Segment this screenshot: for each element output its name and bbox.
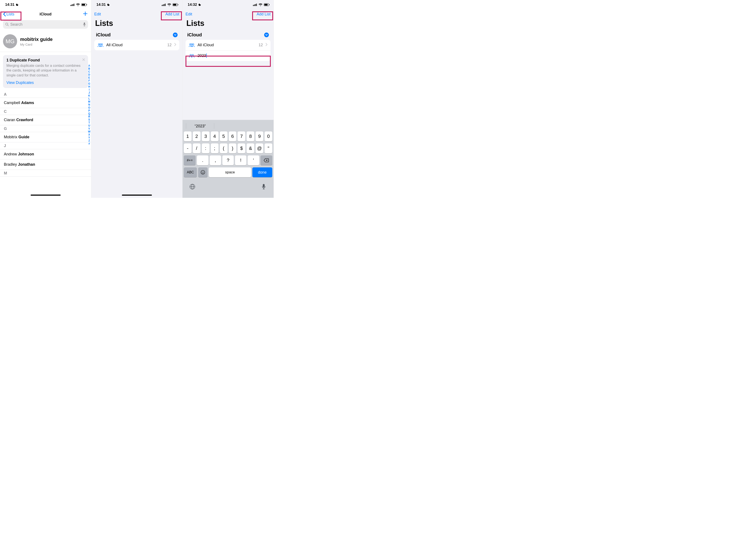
svg-rect-24: [255, 4, 256, 6]
chevron-down-icon: [264, 33, 269, 37]
key[interactable]: !: [235, 156, 246, 165]
key[interactable]: -: [184, 144, 192, 153]
svg-point-20: [100, 44, 101, 45]
key[interactable]: :: [202, 144, 210, 153]
contact-row[interactable]: Bradley Jonathan: [0, 160, 91, 170]
add-list-button[interactable]: Add List: [165, 12, 179, 16]
index-letter[interactable]: G: [88, 82, 90, 85]
edit-button[interactable]: Edit: [186, 12, 192, 16]
index-letter[interactable]: J: [88, 91, 90, 94]
key[interactable]: (: [220, 144, 228, 153]
key[interactable]: 7: [238, 132, 245, 141]
back-button[interactable]: Lists: [3, 12, 14, 16]
duplicate-banner: ✕ 1 Duplicate Found Merging duplicate ca…: [3, 55, 88, 88]
index-letter[interactable]: C: [88, 70, 90, 73]
key[interactable]: ": [265, 144, 272, 153]
list-row[interactable]: All iCloud12: [186, 40, 271, 51]
key[interactable]: ;: [211, 144, 219, 153]
key[interactable]: /: [193, 144, 201, 153]
search-input[interactable]: Search: [3, 20, 88, 29]
contact-row[interactable]: Andrew Johnson: [0, 149, 91, 160]
symbols-key[interactable]: #+=: [184, 156, 196, 165]
key[interactable]: 0: [265, 132, 272, 141]
abc-key[interactable]: ABC: [184, 167, 197, 177]
key[interactable]: 1: [184, 132, 192, 141]
key[interactable]: @: [256, 144, 263, 153]
index-letter[interactable]: O: [88, 106, 90, 109]
index-letter[interactable]: K: [88, 94, 90, 97]
add-list-button[interactable]: Add List: [257, 12, 271, 16]
key[interactable]: 6: [229, 132, 237, 141]
globe-icon[interactable]: [189, 184, 195, 191]
suggestion[interactable]: “2023”: [186, 124, 214, 129]
key[interactable]: ): [229, 144, 237, 153]
done-key[interactable]: done: [252, 167, 272, 177]
list-card: All iCloud122023: [186, 40, 271, 61]
dictation-icon[interactable]: [261, 184, 267, 191]
contact-row[interactable]: Mobitrix Guide: [0, 132, 91, 142]
index-letter[interactable]: N: [88, 103, 90, 106]
emoji-key[interactable]: [198, 167, 208, 177]
alpha-index[interactable]: ABCDEFGHIJKLMNOPQRSTUVWXYZ#: [88, 64, 90, 145]
cellular-icon: [162, 3, 166, 6]
my-card-row[interactable]: MG mobitrix guide My Card: [0, 31, 91, 52]
index-letter[interactable]: E: [88, 76, 90, 79]
backspace-key[interactable]: [260, 156, 272, 165]
index-letter[interactable]: #: [88, 142, 90, 145]
index-letter[interactable]: T: [88, 121, 90, 124]
chevron-left-icon: [3, 12, 6, 16]
key[interactable]: .: [197, 156, 208, 165]
key[interactable]: 4: [211, 132, 219, 141]
add-contact-button[interactable]: [82, 11, 88, 18]
index-letter[interactable]: S: [88, 118, 90, 121]
key[interactable]: 9: [256, 132, 263, 141]
key[interactable]: 5: [220, 132, 228, 141]
cellular-icon: [253, 3, 257, 6]
key[interactable]: ?: [222, 156, 234, 165]
index-letter[interactable]: B: [88, 67, 90, 70]
key[interactable]: &: [247, 144, 254, 153]
list-name-input[interactable]: 2023: [198, 54, 268, 58]
index-letter[interactable]: I: [89, 88, 90, 91]
list-row[interactable]: All iCloud12: [94, 40, 179, 50]
view-duplicates-link[interactable]: View Duplicates: [6, 81, 34, 85]
status-time: 14:31: [5, 3, 14, 7]
svg-rect-1: [72, 4, 72, 6]
index-letter[interactable]: X: [88, 133, 90, 136]
key[interactable]: 3: [202, 132, 210, 141]
group-header[interactable]: iCloud: [91, 30, 182, 40]
index-letter[interactable]: F: [88, 79, 90, 82]
index-letter[interactable]: R: [88, 115, 90, 118]
plus-icon: [82, 11, 88, 16]
close-icon[interactable]: ✕: [82, 57, 85, 62]
nav-bar: Lists iCloud: [0, 9, 91, 19]
key[interactable]: 8: [247, 132, 254, 141]
index-letter[interactable]: D: [88, 73, 90, 76]
list-row[interactable]: 2023: [186, 51, 271, 61]
index-letter[interactable]: L: [88, 97, 90, 100]
contact-row[interactable]: Campbell Adams: [0, 98, 91, 108]
index-letter[interactable]: V: [88, 127, 90, 130]
index-letter[interactable]: W: [88, 130, 90, 133]
space-key[interactable]: space: [209, 167, 251, 177]
group-header[interactable]: iCloud: [183, 30, 274, 40]
key[interactable]: $: [238, 144, 245, 153]
index-letter[interactable]: P: [88, 109, 90, 112]
key[interactable]: ': [248, 156, 259, 165]
index-letter[interactable]: U: [88, 124, 90, 127]
dictation-icon[interactable]: [83, 22, 86, 27]
section-header: C: [0, 108, 91, 115]
home-indicator[interactable]: [31, 195, 61, 196]
index-letter[interactable]: Z: [88, 139, 90, 142]
contacts-list: ACampbell AdamsCCiaran CrawfordGMobitrix…: [0, 91, 91, 177]
index-letter[interactable]: H: [88, 85, 90, 88]
edit-button[interactable]: Edit: [94, 12, 101, 16]
home-indicator[interactable]: [122, 195, 152, 196]
key[interactable]: ,: [210, 156, 221, 165]
index-letter[interactable]: Y: [88, 136, 90, 139]
index-letter[interactable]: M: [88, 100, 90, 103]
contact-row[interactable]: Ciaran Crawford: [0, 115, 91, 125]
index-letter[interactable]: Q: [88, 112, 90, 115]
index-letter[interactable]: A: [88, 64, 90, 67]
key[interactable]: 2: [193, 132, 201, 141]
